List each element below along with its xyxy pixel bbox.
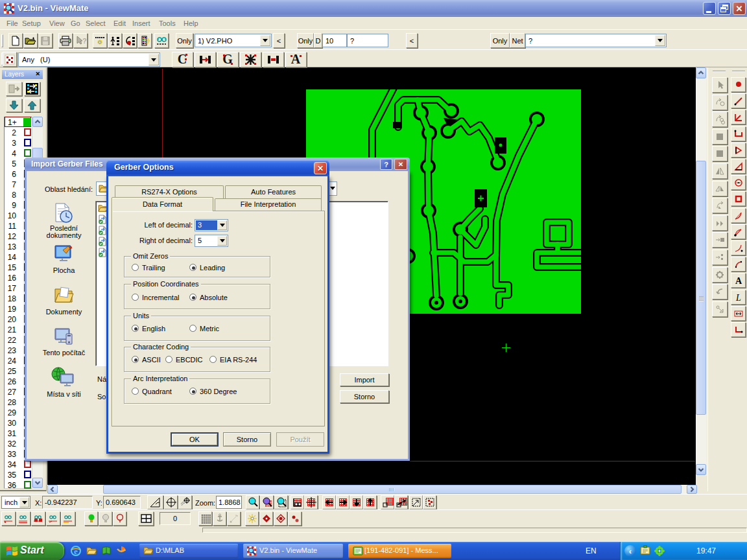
svg-text:e: e (74, 546, 78, 556)
svg-text:A: A (735, 276, 742, 286)
svg-text:?: ? (82, 37, 87, 45)
svg-text:A: A (291, 52, 301, 66)
svg-text:L: L (735, 293, 741, 303)
